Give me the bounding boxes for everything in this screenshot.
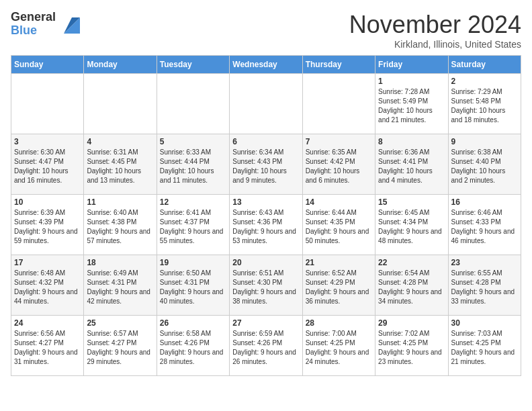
- table-cell: 16Sunrise: 6:46 AM Sunset: 4:33 PM Dayli…: [448, 195, 521, 255]
- table-cell: [302, 74, 375, 134]
- day-info: Sunrise: 6:59 AM Sunset: 4:26 PM Dayligh…: [232, 329, 299, 367]
- day-number: 8: [378, 137, 445, 146]
- day-number: 10: [14, 197, 81, 207]
- day-number: 23: [451, 258, 518, 267]
- table-cell: 29Sunrise: 7:02 AM Sunset: 4:25 PM Dayli…: [375, 316, 448, 376]
- day-number: 2: [451, 77, 518, 86]
- day-info: Sunrise: 6:58 AM Sunset: 4:26 PM Dayligh…: [160, 329, 226, 367]
- day-number: 26: [160, 318, 226, 328]
- table-cell: 5Sunrise: 6:33 AM Sunset: 4:44 PM Daylig…: [157, 134, 229, 195]
- table-cell: [84, 74, 157, 134]
- table-cell: 24Sunrise: 6:56 AM Sunset: 4:27 PM Dayli…: [11, 316, 84, 376]
- day-info: Sunrise: 6:49 AM Sunset: 4:31 PM Dayligh…: [87, 269, 153, 306]
- header-sunday: Sunday: [11, 56, 84, 74]
- table-cell: 4Sunrise: 6:31 AM Sunset: 4:45 PM Daylig…: [84, 134, 157, 195]
- header-monday: Monday: [84, 56, 157, 74]
- day-info: Sunrise: 7:28 AM Sunset: 5:49 PM Dayligh…: [378, 87, 445, 125]
- table-cell: 26Sunrise: 6:58 AM Sunset: 4:26 PM Dayli…: [157, 316, 229, 376]
- day-number: 5: [160, 137, 226, 146]
- day-number: 27: [232, 318, 299, 328]
- logo: General Blue: [11, 11, 80, 38]
- location: Kirkland, Illinois, United States: [349, 39, 521, 50]
- day-info: Sunrise: 6:31 AM Sunset: 4:45 PM Dayligh…: [87, 148, 153, 185]
- day-number: 12: [160, 197, 226, 207]
- day-info: Sunrise: 6:57 AM Sunset: 4:27 PM Dayligh…: [87, 329, 153, 367]
- table-cell: 2Sunrise: 7:29 AM Sunset: 5:48 PM Daylig…: [448, 74, 521, 134]
- day-info: Sunrise: 6:55 AM Sunset: 4:28 PM Dayligh…: [451, 269, 518, 306]
- table-cell: 8Sunrise: 6:36 AM Sunset: 4:41 PM Daylig…: [375, 134, 448, 195]
- table-cell: 14Sunrise: 6:44 AM Sunset: 4:35 PM Dayli…: [302, 195, 375, 255]
- calendar-table: Sunday Monday Tuesday Wednesday Thursday…: [11, 55, 521, 376]
- day-number: 1: [378, 77, 445, 86]
- day-info: Sunrise: 6:38 AM Sunset: 4:40 PM Dayligh…: [451, 148, 518, 185]
- table-cell: 3Sunrise: 6:30 AM Sunset: 4:47 PM Daylig…: [11, 134, 84, 195]
- table-cell: 20Sunrise: 6:51 AM Sunset: 4:30 PM Dayli…: [230, 255, 302, 316]
- week-row-4: 17Sunrise: 6:48 AM Sunset: 4:32 PM Dayli…: [11, 255, 521, 316]
- table-cell: 17Sunrise: 6:48 AM Sunset: 4:32 PM Dayli…: [11, 255, 84, 316]
- logo-text: General Blue: [11, 11, 56, 38]
- day-number: 21: [306, 258, 372, 267]
- day-number: 9: [451, 137, 518, 146]
- day-number: 16: [451, 197, 518, 207]
- day-number: 14: [306, 197, 372, 207]
- table-cell: 18Sunrise: 6:49 AM Sunset: 4:31 PM Dayli…: [84, 255, 157, 316]
- day-info: Sunrise: 6:44 AM Sunset: 4:35 PM Dayligh…: [306, 208, 372, 246]
- day-info: Sunrise: 6:56 AM Sunset: 4:27 PM Dayligh…: [14, 329, 81, 367]
- day-number: 7: [306, 137, 372, 146]
- day-number: 17: [14, 258, 81, 267]
- table-cell: [157, 74, 229, 134]
- day-info: Sunrise: 6:46 AM Sunset: 4:33 PM Dayligh…: [451, 208, 518, 246]
- table-cell: 6Sunrise: 6:34 AM Sunset: 4:43 PM Daylig…: [230, 134, 302, 195]
- table-cell: 7Sunrise: 6:35 AM Sunset: 4:42 PM Daylig…: [302, 134, 375, 195]
- table-cell: 12Sunrise: 6:41 AM Sunset: 4:37 PM Dayli…: [157, 195, 229, 255]
- day-info: Sunrise: 6:48 AM Sunset: 4:32 PM Dayligh…: [14, 269, 81, 306]
- header-tuesday: Tuesday: [157, 56, 229, 74]
- weekday-header-row: Sunday Monday Tuesday Wednesday Thursday…: [11, 56, 521, 74]
- table-cell: 23Sunrise: 6:55 AM Sunset: 4:28 PM Dayli…: [448, 255, 521, 316]
- day-info: Sunrise: 6:40 AM Sunset: 4:38 PM Dayligh…: [87, 208, 153, 246]
- header-friday: Friday: [375, 56, 448, 74]
- day-number: 18: [87, 258, 153, 267]
- table-cell: 28Sunrise: 7:00 AM Sunset: 4:25 PM Dayli…: [302, 316, 375, 376]
- day-info: Sunrise: 6:36 AM Sunset: 4:41 PM Dayligh…: [378, 148, 445, 185]
- day-info: Sunrise: 6:45 AM Sunset: 4:34 PM Dayligh…: [378, 208, 445, 246]
- table-cell: 27Sunrise: 6:59 AM Sunset: 4:26 PM Dayli…: [230, 316, 302, 376]
- page-container: General Blue November 2024 Kirkland, Ill…: [0, 0, 532, 387]
- day-number: 24: [14, 318, 81, 328]
- day-info: Sunrise: 6:35 AM Sunset: 4:42 PM Dayligh…: [306, 148, 372, 185]
- logo-icon: [58, 15, 80, 34]
- day-number: 20: [232, 258, 299, 267]
- day-number: 4: [87, 137, 153, 146]
- week-row-5: 24Sunrise: 6:56 AM Sunset: 4:27 PM Dayli…: [11, 316, 521, 376]
- day-info: Sunrise: 6:39 AM Sunset: 4:39 PM Dayligh…: [14, 208, 81, 246]
- day-number: 30: [451, 318, 518, 328]
- day-number: 28: [306, 318, 372, 328]
- day-info: Sunrise: 7:00 AM Sunset: 4:25 PM Dayligh…: [306, 329, 372, 367]
- day-info: Sunrise: 7:29 AM Sunset: 5:48 PM Dayligh…: [451, 87, 518, 125]
- month-title: November 2024: [349, 11, 521, 39]
- day-number: 15: [378, 197, 445, 207]
- day-info: Sunrise: 6:33 AM Sunset: 4:44 PM Dayligh…: [160, 148, 226, 185]
- day-info: Sunrise: 6:30 AM Sunset: 4:47 PM Dayligh…: [14, 148, 81, 185]
- table-cell: 30Sunrise: 7:03 AM Sunset: 4:25 PM Dayli…: [448, 316, 521, 376]
- table-cell: 21Sunrise: 6:52 AM Sunset: 4:29 PM Dayli…: [302, 255, 375, 316]
- day-info: Sunrise: 7:02 AM Sunset: 4:25 PM Dayligh…: [378, 329, 445, 367]
- table-cell: 25Sunrise: 6:57 AM Sunset: 4:27 PM Dayli…: [84, 316, 157, 376]
- day-info: Sunrise: 6:43 AM Sunset: 4:36 PM Dayligh…: [232, 208, 299, 246]
- header-thursday: Thursday: [302, 56, 375, 74]
- day-info: Sunrise: 7:03 AM Sunset: 4:25 PM Dayligh…: [451, 329, 518, 367]
- day-number: 11: [87, 197, 153, 207]
- table-cell: 9Sunrise: 6:38 AM Sunset: 4:40 PM Daylig…: [448, 134, 521, 195]
- week-row-3: 10Sunrise: 6:39 AM Sunset: 4:39 PM Dayli…: [11, 195, 521, 255]
- day-number: 3: [14, 137, 81, 146]
- table-cell: 10Sunrise: 6:39 AM Sunset: 4:39 PM Dayli…: [11, 195, 84, 255]
- table-cell: 22Sunrise: 6:54 AM Sunset: 4:28 PM Dayli…: [375, 255, 448, 316]
- table-cell: 13Sunrise: 6:43 AM Sunset: 4:36 PM Dayli…: [230, 195, 302, 255]
- day-info: Sunrise: 6:50 AM Sunset: 4:31 PM Dayligh…: [160, 269, 226, 306]
- table-cell: [230, 74, 302, 134]
- title-block: November 2024 Kirkland, Illinois, United…: [349, 11, 521, 50]
- logo-blue: Blue: [11, 24, 56, 38]
- table-cell: 15Sunrise: 6:45 AM Sunset: 4:34 PM Dayli…: [375, 195, 448, 255]
- table-cell: 19Sunrise: 6:50 AM Sunset: 4:31 PM Dayli…: [157, 255, 229, 316]
- header: General Blue November 2024 Kirkland, Ill…: [11, 11, 521, 50]
